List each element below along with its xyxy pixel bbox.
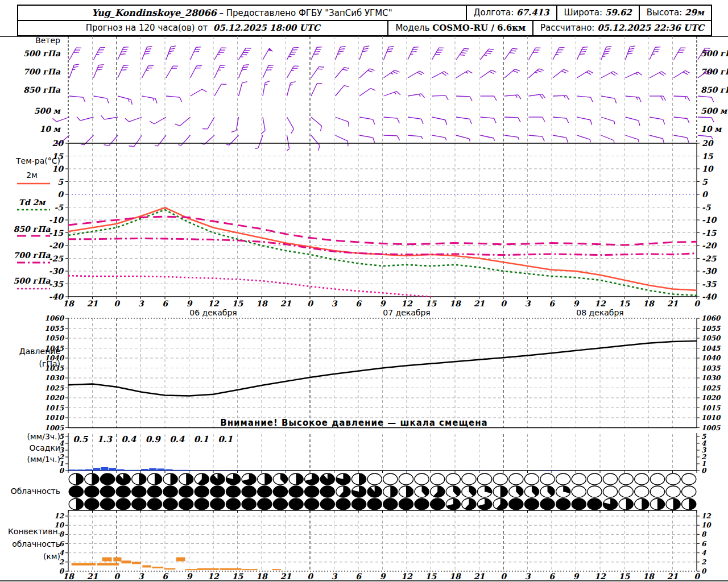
svg-text:18: 18 (256, 572, 268, 581)
svg-text:9: 9 (187, 299, 193, 308)
precip-unit-1h: (мм/1ч.) (0, 454, 64, 464)
svg-text:1020: 1020 (701, 394, 721, 402)
header-row-2: Прогноз на 120 часа(ов) от 05.12.2025 18… (18, 20, 711, 35)
forecast-prefix: Прогноз на 120 часа(ов) от (86, 23, 208, 33)
svg-text:15: 15 (619, 299, 631, 308)
svg-text:1060: 1060 (701, 314, 721, 322)
longitude-label: Долгота: (474, 6, 514, 19)
svg-text:0.4: 0.4 (169, 434, 185, 444)
svg-text:1055: 1055 (45, 325, 64, 332)
svg-text:18: 18 (63, 299, 75, 308)
svg-text:3: 3 (701, 446, 707, 454)
precip-unit-3h: (мм/3ч.) (0, 431, 64, 442)
svg-text:08 декабря: 08 декабря (576, 308, 624, 317)
svg-text:21: 21 (667, 572, 679, 581)
svg-text:12: 12 (701, 512, 712, 520)
svg-text:1060: 1060 (45, 314, 65, 322)
svg-text:0: 0 (702, 190, 708, 199)
convective-plot (65, 510, 700, 571)
calculated-label: Рассчитано: (540, 22, 594, 35)
model-label: Модель (395, 22, 429, 35)
svg-text:-40: -40 (702, 292, 717, 301)
conv-panel-unit: (км) (0, 551, 64, 562)
longitude: Долгота: 67.413 (466, 6, 556, 20)
model-value: COSMO-RU / 6.6км (432, 22, 526, 35)
svg-text:9: 9 (380, 299, 386, 308)
svg-text:9: 9 (573, 299, 580, 308)
svg-text:-30: -30 (49, 267, 64, 276)
svg-text:0: 0 (701, 567, 707, 575)
svg-text:6: 6 (701, 540, 707, 548)
altitude-value: 29м (685, 6, 704, 19)
wind-level-500m-right: 500 м (701, 106, 727, 116)
svg-text:21: 21 (87, 572, 98, 581)
svg-text:18: 18 (63, 572, 75, 581)
svg-text:0.1: 0.1 (194, 434, 209, 444)
svg-text:18: 18 (643, 572, 655, 581)
pressure-panel-unit: (гПа) (0, 359, 64, 369)
svg-text:6: 6 (549, 299, 555, 308)
svg-text:9: 9 (380, 572, 386, 581)
svg-text:-25: -25 (702, 254, 717, 263)
svg-text:6: 6 (162, 572, 168, 581)
svg-text:06 декабря: 06 декабря (189, 308, 237, 317)
latitude-label: Широта: (564, 6, 602, 19)
altitude: Высота: 29м (639, 6, 711, 20)
meteogram-canvas: 2020151510105500-5-5-10-10-15-15-20-20-2… (0, 0, 728, 582)
svg-text:-35: -35 (702, 280, 717, 289)
svg-text:1010: 1010 (45, 414, 65, 422)
wind-level-850hpa-right: 850 гПа (701, 85, 728, 95)
svg-text:0.1: 0.1 (218, 434, 233, 444)
svg-text:20: 20 (702, 139, 714, 148)
latitude: Широта: 59.62 (556, 6, 639, 20)
svg-text:1005: 1005 (45, 424, 64, 432)
svg-text:21: 21 (474, 572, 485, 581)
svg-text:5: 5 (702, 177, 708, 186)
svg-text:1040: 1040 (701, 354, 721, 362)
longitude-value: 67.413 (516, 6, 549, 19)
svg-text:6: 6 (162, 299, 168, 308)
model-info: Модель COSMO-RU / 6.6км (387, 21, 532, 35)
svg-text:-5: -5 (702, 203, 712, 212)
svg-text:21: 21 (280, 572, 292, 581)
svg-text:12: 12 (208, 299, 220, 308)
wind-level-850hpa-left: 850 гПа (0, 85, 64, 95)
svg-text:15: 15 (619, 572, 631, 581)
svg-text:07 декабря: 07 декабря (383, 308, 431, 317)
svg-text:20: 20 (52, 139, 64, 148)
svg-text:0: 0 (701, 467, 707, 475)
svg-text:0: 0 (114, 299, 120, 308)
svg-text:1035: 1035 (701, 364, 721, 372)
svg-text:3: 3 (138, 299, 144, 308)
svg-text:12: 12 (594, 299, 606, 308)
svg-text:0: 0 (694, 299, 700, 308)
svg-text:1050: 1050 (701, 334, 721, 342)
altitude-label: Высота: (647, 6, 682, 19)
svg-text:4: 4 (701, 549, 706, 557)
svg-text:12: 12 (594, 572, 606, 581)
svg-text:6: 6 (355, 299, 362, 308)
svg-text:-20: -20 (49, 241, 64, 250)
svg-text:0.9: 0.9 (146, 434, 162, 444)
svg-text:1010: 1010 (701, 414, 721, 422)
svg-text:3: 3 (525, 572, 531, 581)
svg-text:1045: 1045 (701, 344, 721, 352)
svg-text:0.4: 0.4 (121, 434, 136, 444)
wind-panel-title: Ветер (0, 35, 64, 45)
pressure-warning-text: Внимание! Высокое давление — шкала смеще… (171, 418, 537, 428)
axes-labels: 2020151510105500-5-5-10-10-15-15-20-20-2… (45, 139, 721, 581)
svg-text:0: 0 (114, 572, 120, 581)
svg-text:18: 18 (256, 299, 268, 308)
wind-level-500m-left: 500 м (0, 106, 64, 116)
svg-text:18: 18 (449, 572, 461, 581)
svg-text:-10: -10 (702, 215, 717, 225)
svg-text:18: 18 (643, 299, 655, 308)
svg-text:1005: 1005 (701, 424, 721, 432)
calculated-info: Рассчитано: 05.12.2025 22:36 UTC (532, 21, 711, 35)
conv-panel-title-2: облачность (0, 539, 64, 549)
header-box: Yug_Kondinskoye_28066 – Предоставлено ФГ… (17, 5, 712, 36)
svg-text:15: 15 (232, 572, 244, 581)
svg-text:0: 0 (59, 467, 65, 475)
svg-text:1015: 1015 (45, 404, 64, 412)
svg-text:0: 0 (500, 299, 507, 308)
